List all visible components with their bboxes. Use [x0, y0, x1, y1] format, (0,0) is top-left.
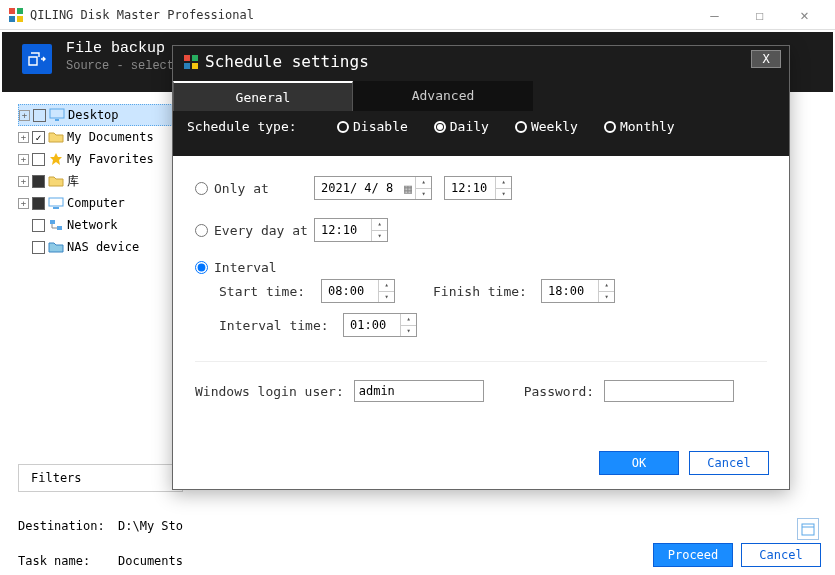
only-at-time-input[interactable]: ▴▾ — [444, 176, 512, 200]
radio-disable[interactable]: Disable — [337, 119, 408, 134]
footer: Proceed Cancel — [653, 543, 821, 567]
every-day-label: Every day at — [214, 223, 314, 238]
tree-item-network[interactable]: +Network — [18, 214, 183, 236]
window-titlebar: QILING Disk Master Professional — ☐ ✕ — [0, 0, 835, 30]
radio-every-day[interactable] — [195, 224, 208, 237]
radio-interval[interactable] — [195, 261, 208, 274]
tree-item-computer[interactable]: +Computer — [18, 192, 183, 214]
schedule-type-label: Schedule type: — [187, 119, 337, 134]
svg-rect-18 — [184, 55, 190, 61]
nas-icon — [48, 240, 64, 254]
tree-label: Computer — [67, 196, 125, 210]
calendar-icon — [801, 522, 815, 536]
finish-time-input[interactable]: ▴▾ — [541, 279, 615, 303]
svg-rect-3 — [17, 16, 23, 22]
svg-rect-20 — [184, 63, 190, 69]
interval-time-label: Interval time: — [219, 318, 335, 333]
svg-rect-8 — [50, 220, 55, 224]
library-icon — [48, 174, 64, 188]
tree-label: NAS device — [67, 240, 139, 254]
svg-rect-6 — [49, 198, 63, 206]
login-user-label: Windows login user: — [195, 384, 344, 399]
app-logo-icon — [8, 7, 24, 23]
interval-label: Interval — [214, 260, 277, 275]
header-subtitle: Source - select — [66, 59, 174, 73]
tree-label: 库 — [67, 173, 79, 190]
dialog-title: Schedule settings — [205, 52, 369, 71]
tree-item-favorites[interactable]: +My Favorites — [18, 148, 183, 170]
login-user-input[interactable] — [354, 380, 484, 402]
radio-only-at[interactable] — [195, 182, 208, 195]
minimize-button[interactable]: — — [692, 1, 737, 29]
dialog-ok-button[interactable]: OK — [599, 451, 679, 475]
tree-item-nas[interactable]: +NAS device — [18, 236, 183, 258]
schedule-settings-dialog: Schedule settings X General Advanced Sch… — [172, 45, 790, 490]
finish-time-label: Finish time: — [433, 284, 533, 299]
folder-icon — [48, 130, 64, 144]
svg-rect-1 — [17, 8, 23, 14]
proceed-button[interactable]: Proceed — [653, 543, 733, 567]
network-icon — [48, 218, 64, 232]
only-at-label: Only at — [214, 181, 314, 196]
dialog-cancel-button[interactable]: Cancel — [689, 451, 769, 475]
svg-rect-7 — [53, 207, 59, 209]
option-interval[interactable]: Interval — [195, 260, 767, 275]
radio-weekly[interactable]: Weekly — [515, 119, 578, 134]
star-icon — [48, 152, 64, 166]
tree-label: Desktop — [68, 108, 119, 122]
tree-label: Network — [67, 218, 118, 232]
svg-rect-21 — [192, 63, 198, 69]
tree-label: My Favorites — [67, 152, 154, 166]
filters-button[interactable]: Filters — [18, 464, 183, 492]
svg-rect-2 — [9, 16, 15, 22]
tree-item-libraries[interactable]: +库 — [18, 170, 183, 192]
password-label: Password: — [524, 384, 594, 399]
radio-monthly[interactable]: Monthly — [604, 119, 675, 134]
dialog-close-button[interactable]: X — [751, 50, 781, 68]
destination-row: Destination: D:\My Sto — [18, 519, 816, 533]
backup-icon — [22, 44, 52, 74]
option-every-day[interactable]: Every day at ▴▾ — [195, 218, 767, 242]
start-time-input[interactable]: ▴▾ — [321, 279, 395, 303]
tree-label: My Documents — [67, 130, 154, 144]
tab-general[interactable]: General — [173, 81, 353, 111]
task-label: Task name: — [18, 554, 118, 568]
svg-rect-4 — [50, 109, 64, 118]
source-tree: +Desktop +✓My Documents +My Favorites +库… — [18, 104, 183, 258]
desktop-icon — [49, 108, 65, 122]
close-button[interactable]: ✕ — [782, 1, 827, 29]
cancel-button[interactable]: Cancel — [741, 543, 821, 567]
svg-rect-0 — [9, 8, 15, 14]
header-title: File backup — [66, 40, 174, 57]
computer-icon — [48, 196, 64, 210]
svg-rect-10 — [802, 524, 814, 535]
destination-value: D:\My Sto — [118, 519, 183, 533]
password-input[interactable] — [604, 380, 734, 402]
destination-label: Destination: — [18, 519, 118, 533]
filters-label: Filters — [31, 471, 82, 485]
every-day-time-input[interactable]: ▴▾ — [314, 218, 388, 242]
app-logo-icon — [183, 54, 199, 70]
svg-rect-19 — [192, 55, 198, 61]
task-value: Documents — [118, 554, 183, 568]
maximize-button[interactable]: ☐ — [737, 1, 782, 29]
start-time-label: Start time: — [219, 284, 313, 299]
tree-item-documents[interactable]: +✓My Documents — [18, 126, 183, 148]
option-only-at[interactable]: Only at ▦▴▾ ▴▾ — [195, 176, 767, 200]
tree-item-desktop[interactable]: +Desktop — [18, 104, 183, 126]
tab-advanced[interactable]: Advanced — [353, 81, 533, 111]
svg-rect-5 — [55, 119, 59, 121]
window-title: QILING Disk Master Professional — [30, 8, 692, 22]
svg-rect-9 — [57, 226, 62, 230]
only-at-date-input[interactable]: ▦▴▾ — [314, 176, 432, 200]
browse-destination-button[interactable] — [797, 518, 819, 540]
interval-time-input[interactable]: ▴▾ — [343, 313, 417, 337]
radio-daily[interactable]: Daily — [434, 119, 489, 134]
